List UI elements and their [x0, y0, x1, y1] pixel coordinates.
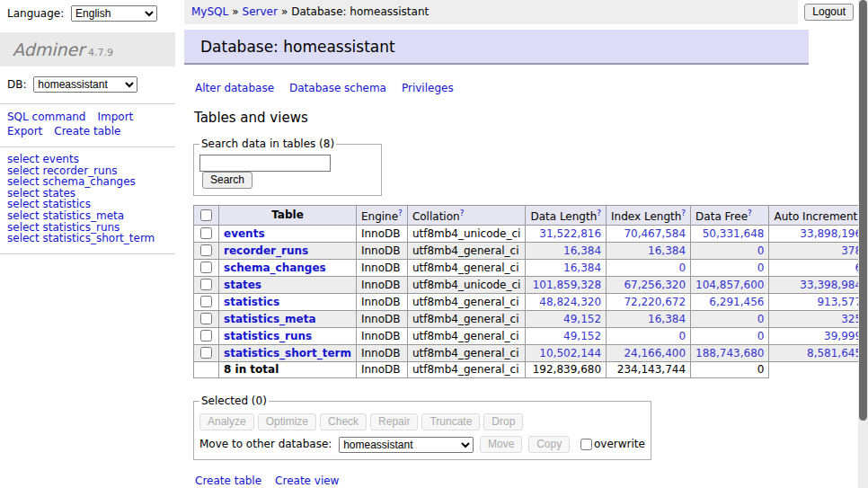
index-length-link[interactable]: 16,384 [648, 244, 686, 257]
data-free-link[interactable]: 6,291,456 [709, 296, 764, 308]
sidebar-action-link[interactable]: Export [7, 125, 42, 138]
sidebar-table-link[interactable]: select events [7, 154, 168, 165]
row-checkbox[interactable] [200, 330, 212, 342]
table-name-link[interactable]: statistics_short_term [224, 347, 351, 359]
main-area: MySQL»Server»Database: homeassistant Dat… [184, 0, 868, 488]
row-checkbox[interactable] [200, 313, 212, 324]
database-link[interactable]: Alter database [195, 82, 274, 94]
table-name-link[interactable]: recorder_runs [224, 244, 308, 257]
auto-increment-link[interactable]: 8,581,645 [807, 347, 862, 359]
data-length-link[interactable]: 101,859,328 [533, 279, 601, 291]
data-length-cell: 16,384 [526, 260, 607, 277]
data-free-link[interactable]: 0 [757, 262, 765, 274]
index-length-link[interactable]: 16,384 [648, 313, 686, 325]
auto-increment-link[interactable]: 33,398,984 [800, 279, 862, 291]
index-length-link[interactable]: 0 [678, 262, 686, 274]
index-length-link[interactable]: 67,256,320 [624, 279, 686, 291]
breadcrumb-server-link[interactable]: Server [243, 5, 278, 18]
row-checkbox[interactable] [200, 262, 212, 273]
collation-cell: utf8mb4_general_ci [407, 345, 526, 362]
sidebar-table-link[interactable]: select statistics_short_term [7, 233, 168, 244]
auto-increment-cell: 8,581,645 [769, 345, 867, 362]
data-free-link[interactable]: 0 [757, 313, 765, 325]
table-name-link[interactable]: schema_changes [224, 262, 326, 274]
data-length-link[interactable]: 10,502,144 [539, 347, 601, 359]
table-name-link[interactable]: events [224, 227, 265, 240]
data-free-link[interactable]: 104,857,600 [695, 279, 764, 291]
data-length-cell: 49,152 [526, 328, 607, 345]
row-select-cell [194, 260, 219, 277]
select-all-checkbox[interactable] [200, 209, 212, 221]
selected-action-button[interactable]: Drop [483, 413, 523, 430]
table-name-link[interactable]: statistics_meta [224, 313, 316, 325]
db-select[interactable]: homeassistant [33, 76, 137, 93]
data-free-link[interactable]: 0 [757, 244, 765, 257]
row-select-cell [194, 328, 219, 345]
table-name-link[interactable]: statistics_runs [224, 330, 312, 342]
data-length-link[interactable]: 48,824,320 [539, 296, 601, 308]
selected-action-button[interactable]: Analyze [199, 413, 254, 430]
data-length-link[interactable]: 16,384 [563, 244, 601, 257]
help-icon[interactable]: ? [681, 209, 686, 217]
row-select-cell [194, 294, 219, 311]
language-select[interactable]: English [71, 5, 157, 22]
sidebar-action-link[interactable]: SQL command [7, 111, 85, 123]
scrollbar-thumb[interactable] [859, 0, 867, 421]
auto-increment-link[interactable]: 913,577 [817, 296, 862, 308]
table-name-link[interactable]: statistics [224, 296, 279, 308]
row-checkbox[interactable] [200, 347, 212, 359]
index-length-link[interactable]: 24,166,400 [624, 347, 686, 359]
selected-action-button[interactable]: Repair [370, 413, 418, 430]
search-button[interactable]: Search [202, 172, 252, 189]
selected-action-button[interactable]: Check [320, 413, 367, 430]
table-name-link[interactable]: states [224, 279, 261, 291]
create-link[interactable]: Create table [195, 475, 261, 487]
row-checkbox[interactable] [200, 296, 212, 307]
header-row: Table Engine? Collation? Data Length? In… [194, 206, 868, 226]
index-length-link[interactable]: 0 [678, 330, 686, 342]
index-length-cell: 70,467,584 [607, 226, 691, 243]
engine-cell: InnoDB [356, 226, 407, 243]
logout-button[interactable]: Logout [804, 4, 854, 21]
database-link[interactable]: Privileges [402, 82, 454, 94]
breadcrumb-mysql-link[interactable]: MySQL [191, 5, 228, 18]
engine-cell: InnoDB [356, 311, 407, 328]
move-button[interactable]: Move [480, 436, 522, 453]
index-length-link[interactable]: 72,220,672 [624, 296, 686, 308]
help-icon[interactable]: ? [748, 209, 752, 217]
help-icon[interactable]: ? [597, 209, 601, 217]
row-checkbox[interactable] [200, 279, 212, 290]
create-link[interactable]: Create view [275, 475, 339, 487]
sidebar-table-link[interactable]: select schema_changes [7, 176, 168, 188]
data-free-link[interactable]: 188,743,680 [695, 347, 764, 359]
sidebar-action-link[interactable]: Create table [54, 125, 120, 138]
selected-action-button[interactable]: Optimize [258, 413, 316, 430]
sidebar-action-link[interactable]: Import [97, 111, 133, 123]
search-input[interactable] [199, 155, 331, 172]
data-free-link[interactable]: 0 [757, 330, 765, 342]
data-free-link[interactable]: 50,331,648 [703, 227, 765, 240]
auto-increment-link[interactable]: 33,898,196 [800, 227, 862, 240]
table-name-cell: statistics_meta [219, 311, 357, 328]
row-checkbox[interactable] [200, 244, 212, 256]
selected-action-button[interactable]: Truncate [421, 413, 480, 430]
move-db-select[interactable]: homeassistant [339, 437, 474, 453]
data-length-link[interactable]: 31,522,816 [539, 227, 601, 240]
auto-increment-link[interactable]: 39,999 [824, 330, 862, 342]
help-icon[interactable]: ? [398, 209, 403, 217]
table-name-cell: statistics_short_term [219, 345, 357, 362]
table-name-cell: schema_changes [219, 260, 357, 277]
overwrite-checkbox[interactable] [580, 439, 592, 450]
data-length-link[interactable]: 16,384 [563, 262, 601, 274]
database-link[interactable]: Database schema [289, 82, 386, 94]
index-length-link[interactable]: 70,467,584 [624, 227, 686, 240]
data-length-link[interactable]: 49,152 [563, 313, 601, 325]
row-checkbox[interactable] [200, 227, 212, 239]
data-length-link[interactable]: 49,152 [563, 330, 601, 342]
data-length-cell: 48,824,320 [526, 294, 607, 311]
help-icon[interactable]: ? [460, 209, 465, 217]
copy-button[interactable]: Copy [528, 436, 570, 453]
tables-section-title: Tables and views [194, 110, 868, 126]
overwrite-label-wrap: overwrite [580, 438, 645, 450]
sidebar-table-link[interactable]: select statistics_meta [7, 210, 168, 222]
